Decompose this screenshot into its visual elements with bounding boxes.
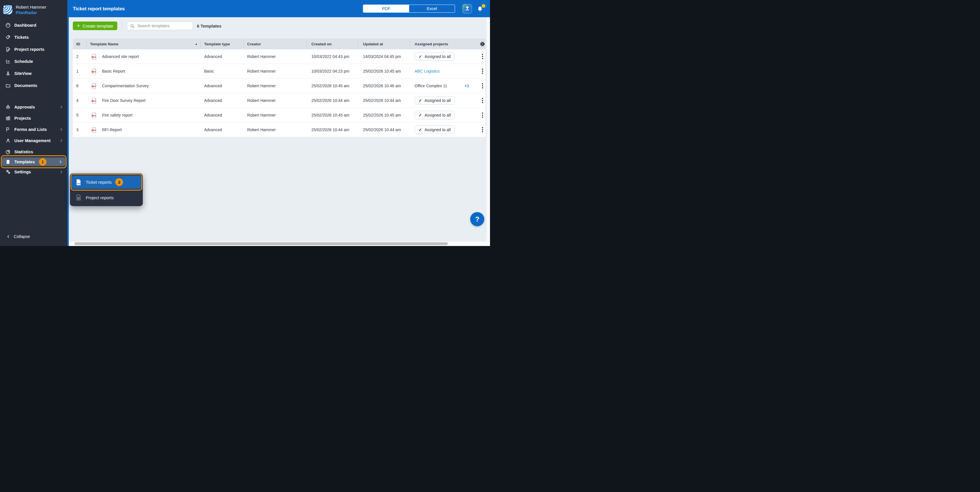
assigned-to-all-button[interactable]: ✓Assigned to all xyxy=(415,52,455,61)
planradar-logo-icon xyxy=(3,5,12,14)
sidebar-item-label: Schedule xyxy=(14,59,33,64)
help-button[interactable]: ? xyxy=(470,212,484,226)
horizontal-scrollbar-track[interactable] xyxy=(69,241,490,246)
sidebar-item-icon xyxy=(5,70,11,77)
column-header-template-name[interactable]: Template Name▲ xyxy=(87,40,201,47)
notifications-button[interactable] xyxy=(477,4,484,13)
sidebar-item-icon xyxy=(5,59,11,64)
assigned-to-all-button[interactable]: ✓Assigned to all xyxy=(415,125,455,134)
assigned-to-all-button[interactable]: ✓Assigned to all xyxy=(415,96,455,105)
pdf-file-icon: PDF xyxy=(91,97,96,104)
submenu-item[interactable]: Project reports xyxy=(72,192,141,203)
assigned-project-link[interactable]: ABC Logistics xyxy=(415,69,439,73)
template-table-row[interactable]: 6 PDF Compartmentation Survey Advanced R… xyxy=(73,79,485,93)
chevron-right-icon xyxy=(59,170,64,174)
sidebar-item[interactable]: Approvals xyxy=(0,101,67,112)
cell-assigned-projects: ✓Assigned to all xyxy=(410,125,476,134)
check-icon: ✓ xyxy=(418,128,422,132)
assigned-to-all-button[interactable]: ✓Assigned to all xyxy=(415,111,455,120)
search-box xyxy=(127,22,193,30)
svg-text:PDF: PDF xyxy=(92,56,95,58)
cell-id: 6 xyxy=(73,83,87,88)
cell-created-on: 25/02/2026 10:44 am xyxy=(307,128,358,132)
sidebar-item-icon xyxy=(5,169,11,175)
row-menu-kebab-icon[interactable] xyxy=(481,53,484,60)
horizontal-scrollbar-thumb[interactable] xyxy=(74,242,448,245)
row-menu-kebab-icon[interactable] xyxy=(481,67,484,75)
row-menu-kebab-icon[interactable] xyxy=(481,111,484,119)
sidebar-item[interactable]: Project reports xyxy=(0,43,67,55)
tutorial-step-badge: 1 xyxy=(39,158,46,166)
svg-text:PDF: PDF xyxy=(92,86,95,87)
sidebar-item[interactable]: SiteView xyxy=(0,67,67,80)
cell-updated-at: 25/02/2026 10:44 am xyxy=(358,98,410,103)
svg-text:PDF: PDF xyxy=(92,100,95,102)
template-table-row[interactable]: 4 PDF Fire Door Survey Report Advanced R… xyxy=(73,93,485,108)
cell-id: 5 xyxy=(73,113,87,117)
template-name-text[interactable]: Fire Door Survey Report xyxy=(102,98,146,103)
main-area: Ticket report templates PDF Excel xyxy=(69,0,490,246)
template-table-row[interactable]: 3 PDF RFI Report Advanced Robert Hammer … xyxy=(73,123,485,137)
sidebar-item[interactable]: Tickets xyxy=(0,31,67,43)
template-name-text[interactable]: Compartmentation Survey xyxy=(102,83,149,88)
cell-created-on: 10/03/2022 04:43 pm xyxy=(307,54,358,59)
page-title: Ticket report templates xyxy=(73,6,125,11)
template-name-text[interactable]: Fire safety report xyxy=(102,113,132,117)
whats-new-button[interactable] xyxy=(463,4,472,13)
template-table-row[interactable]: 5 PDF Fire safety report Advanced Robert… xyxy=(73,108,485,123)
cell-template-type: Advanced xyxy=(201,54,244,59)
column-header-creator[interactable]: Creator xyxy=(244,40,307,47)
cell-template-name: PDF Advanced site report xyxy=(87,54,201,60)
submenu-item[interactable]: Ticket reports 2 xyxy=(72,176,141,189)
sidebar-item[interactable]: Dashboard xyxy=(0,19,67,31)
column-header-template-type[interactable]: Template type xyxy=(201,40,244,47)
submenu-item-label: Ticket reports xyxy=(86,180,111,185)
sidebar-item[interactable]: Forms and Lists xyxy=(0,124,67,135)
tab-pdf[interactable]: PDF xyxy=(363,5,409,12)
template-name-text[interactable]: RFI Report xyxy=(102,128,122,132)
template-table-row[interactable]: 2 PDF Advanced site report Advanced Robe… xyxy=(73,50,485,64)
cell-template-name: PDF Compartmentation Survey xyxy=(87,83,201,89)
assigned-more-link[interactable]: +1 xyxy=(465,83,469,88)
search-input[interactable] xyxy=(137,23,190,29)
sidebar-item[interactable]: User Management xyxy=(0,135,67,146)
account-brand[interactable]: Robert Hammer PlanRadar xyxy=(0,0,67,17)
tab-excel[interactable]: Excel xyxy=(409,5,455,12)
column-header-updated-at[interactable]: Updated at xyxy=(358,40,410,47)
chevron-right-icon xyxy=(59,128,64,131)
sidebar-item[interactable]: Schedule xyxy=(0,55,67,67)
row-menu-kebab-icon[interactable] xyxy=(481,126,484,134)
create-template-button[interactable]: + Create template xyxy=(73,22,117,30)
template-name-text[interactable]: Basic Report xyxy=(102,69,125,73)
sidebar-item-icon xyxy=(5,46,11,52)
column-header-id[interactable]: ID xyxy=(73,40,87,47)
cell-id: 3 xyxy=(73,128,87,132)
table-body: 2 PDF Advanced site report Advanced Robe… xyxy=(73,50,485,137)
template-table-row[interactable]: 1 PDF Basic Report Basic Robert Hammer 1… xyxy=(73,64,485,79)
sidebar-item[interactable]: Settings xyxy=(0,166,67,177)
sidebar-item-icon xyxy=(5,159,11,165)
column-settings-cell xyxy=(476,40,485,47)
plus-icon: + xyxy=(77,23,80,29)
column-header-assigned-projects[interactable]: Assigned projects xyxy=(410,40,476,47)
check-icon: ✓ xyxy=(418,113,422,117)
template-name-text[interactable]: Advanced site report xyxy=(102,54,139,59)
submenu-item-label: Project reports xyxy=(86,195,114,200)
row-menu-kebab-icon[interactable] xyxy=(481,97,484,104)
table-settings-gear-icon[interactable] xyxy=(480,42,485,47)
sidebar-item[interactable]: Statistics xyxy=(0,146,67,157)
sidebar-item-label: Tickets xyxy=(14,35,29,40)
sidebar-item[interactable]: Documents xyxy=(0,80,67,91)
sidebar-item-label: User Management xyxy=(14,138,51,143)
sidebar-item[interactable]: Templates 1 xyxy=(2,157,65,166)
sidebar-item-label: Statistics xyxy=(14,150,33,154)
row-menu-kebab-icon[interactable] xyxy=(481,82,484,89)
sidebar-item[interactable]: Projects xyxy=(0,112,67,124)
pdf-file-icon: PDF xyxy=(91,83,96,89)
collapse-sidebar-button[interactable]: Collapse xyxy=(0,232,30,241)
cell-created-on: 25/02/2026 10:45 am xyxy=(307,83,358,88)
vertical-scrollbar-track[interactable] xyxy=(486,17,490,241)
assigned-project-name: Office Complex 11 xyxy=(415,83,447,88)
planradar-app: Robert Hammer PlanRadar Dashboard Ticket… xyxy=(0,0,490,246)
column-header-created-on[interactable]: Created on xyxy=(307,40,358,47)
